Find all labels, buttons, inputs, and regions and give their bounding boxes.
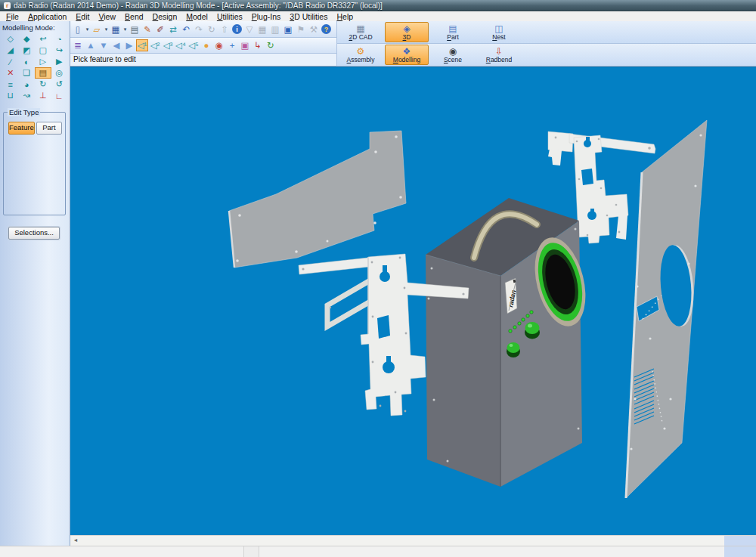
part-front-panel[interactable] (626, 120, 707, 498)
modelling-tool-icon-9[interactable]: ∕ (2, 56, 19, 67)
modelling-tool-edit-feature-icon[interactable]: ▤ (35, 67, 51, 79)
refresh-green-icon[interactable]: ↻ (265, 39, 277, 51)
edit-pen-icon[interactable]: ✐ (154, 23, 166, 36)
arrow-left-icon[interactable]: ◀ (110, 39, 122, 51)
menu-help[interactable]: Help (332, 12, 358, 21)
shaded-view-icon[interactable]: ● (200, 39, 212, 51)
print-icon[interactable]: ▤ (129, 23, 141, 36)
menu-utilities[interactable]: Utilities (212, 12, 247, 21)
modelling-mode-label: Modelling Mode: (0, 21, 70, 33)
modelling-tool-icon-21[interactable]: ⊔ (2, 90, 19, 101)
arrow-up-icon[interactable]: ▲ (85, 39, 97, 51)
mode-3d-button[interactable]: ◈ 3D (385, 22, 429, 42)
tools-icon[interactable]: ⚒ (308, 23, 320, 36)
modelling-tool-icon-24[interactable]: ∟ (51, 90, 68, 101)
sidebar-panel: Modelling Mode: ◇◆↩◔◢◩▢↪∕◐▷▶✕❏▤◎≡◕↻↺⊔↝⊥∟… (0, 21, 70, 546)
modelling-tool-icon-7[interactable]: ▢ (35, 45, 51, 56)
modelling-tool-icon-23[interactable]: ⊥ (35, 90, 51, 101)
modelling-tool-icon-12[interactable]: ▶ (51, 56, 68, 67)
flag-icon[interactable]: ⚑ (295, 23, 307, 36)
modelling-tool-icon-18[interactable]: ◕ (19, 79, 36, 90)
menu-bend[interactable]: Bend (120, 12, 148, 21)
mode-button-icon: ❖ (403, 46, 411, 57)
filter-icon[interactable]: ▽ (243, 23, 256, 36)
help-icon[interactable]: ? (321, 24, 331, 34)
modelling-tool-icon-6[interactable]: ◩ (19, 45, 36, 56)
radan-application-window: r dab Radio (Radan 2014 Demo) - Radan 3D… (0, 0, 756, 557)
mode-button-label: Radbend (486, 57, 513, 63)
menu-3d-utilities[interactable]: 3D Utilities (285, 12, 332, 21)
new-dropdown-icon[interactable]: ▾ (85, 23, 90, 36)
view-3-icon[interactable]: ◁³ (162, 39, 174, 51)
modelling-tool-icon-8[interactable]: ↪ (51, 45, 68, 56)
menu-design[interactable]: Design (148, 12, 182, 21)
redo-icon[interactable]: ↷ (193, 23, 205, 36)
undo-icon[interactable]: ↶ (180, 23, 192, 36)
modelling-tool-icon-1[interactable]: ◇ (2, 33, 19, 45)
menu-plugins[interactable]: Plug-Ins (247, 12, 286, 21)
target-icon[interactable]: ◉ (213, 39, 225, 51)
title-bar[interactable]: r dab Radio (Radan 2014 Demo) - Radan 3D… (0, 0, 756, 11)
save-icon[interactable]: ▦ (110, 23, 122, 36)
mode-scene-button[interactable]: ◉ Scene (431, 45, 475, 65)
arrow-right-icon[interactable]: ▶ (123, 39, 135, 51)
scroll-track[interactable] (81, 536, 724, 546)
selections-button[interactable]: Selections... (8, 227, 60, 240)
edit-type-part-button[interactable]: Part (36, 122, 62, 135)
modelling-tool-icon-20[interactable]: ↺ (51, 79, 68, 90)
info-icon[interactable]: i (232, 24, 242, 34)
menu-view[interactable]: View (94, 12, 120, 21)
table-icon[interactable]: ▦ (256, 23, 268, 36)
view-2-icon[interactable]: ◁² (149, 39, 161, 51)
horizontal-scrollbar[interactable]: ◄ (70, 535, 756, 546)
modelling-tool-icon-3[interactable]: ↩ (35, 33, 51, 45)
new-icon[interactable]: ▯ (72, 23, 84, 36)
scroll-left-icon[interactable]: ◄ (70, 536, 81, 546)
mode-modelling-button[interactable]: ❖ Modelling (385, 45, 429, 65)
export-icon[interactable]: ↳ (252, 39, 264, 51)
menu-model[interactable]: Model (181, 12, 212, 21)
toolbar-filler (539, 21, 756, 67)
modelling-tool-icon-19[interactable]: ↻ (35, 79, 51, 90)
modelling-tool-icon-17[interactable]: ≡ (2, 79, 19, 90)
radio-knob-2 (507, 342, 520, 357)
modelling-tool-icon-10[interactable]: ◐ (19, 56, 36, 67)
open-dropdown-icon[interactable]: ▾ (104, 23, 109, 36)
view-5-icon[interactable]: ◁⁵ (187, 39, 200, 51)
part-side-plate[interactable] (229, 131, 406, 268)
sequence-icon[interactable]: ≣ (72, 39, 84, 51)
modelling-tool-icon-16[interactable]: ◎ (51, 67, 68, 79)
modelling-tool-icon-11[interactable]: ▷ (35, 56, 51, 67)
promote-icon[interactable]: ⇧ (218, 23, 231, 36)
part-radio-body[interactable]: radan (426, 198, 594, 487)
modelling-tool-icon-22[interactable]: ↝ (19, 90, 36, 101)
swap-arrows-icon[interactable]: ⇄ (167, 23, 179, 36)
arrow-down-icon[interactable]: ▼ (98, 39, 110, 51)
pan-icon[interactable]: + (226, 39, 238, 51)
layers-icon[interactable]: ▣ (239, 39, 251, 51)
modelling-tool-delete-icon[interactable]: ✕ (2, 67, 19, 79)
view-4-icon[interactable]: ◁⁴ (175, 39, 187, 51)
menu-edit[interactable]: Edit (71, 12, 94, 21)
menu-file[interactable]: File (2, 12, 23, 21)
view-1-icon[interactable]: ◁¹ (136, 39, 148, 51)
menu-application[interactable]: Application (23, 12, 71, 21)
edit-type-feature-button[interactable]: Feature (8, 122, 35, 135)
rotate-icon[interactable]: ↻ (206, 23, 218, 36)
viewport-3d[interactable]: radan (70, 67, 756, 535)
mode-nest-button[interactable]: ◫ Nest (477, 22, 521, 42)
save-dropdown-icon[interactable]: ▾ (122, 23, 128, 36)
mode-assembly-button[interactable]: ⚙ Assembly (339, 45, 383, 65)
mode-part-button[interactable]: ▤ Part (431, 22, 475, 42)
modelling-tool-icon-14[interactable]: ❏ (19, 67, 36, 79)
mode-2d-cad-button[interactable]: ▦ 2D CAD (339, 22, 383, 42)
modelling-tool-icon-5[interactable]: ◢ (2, 45, 19, 56)
modelling-tool-icon-2[interactable]: ◆ (19, 33, 36, 45)
modelling-tool-icon-4[interactable]: ◔ (51, 33, 68, 45)
grid-icon[interactable]: ▥ (269, 23, 281, 36)
window-icon[interactable]: ▣ (282, 23, 294, 36)
open-icon[interactable]: ▱ (91, 23, 103, 36)
mode-radbend-button[interactable]: ⇩ Radbend (477, 45, 521, 65)
mode-button-panel: ▦ 2D CAD ◈ 3D ▤ Part ◫ Nest (336, 21, 539, 67)
draw-pencil-icon[interactable]: ✎ (141, 23, 153, 36)
